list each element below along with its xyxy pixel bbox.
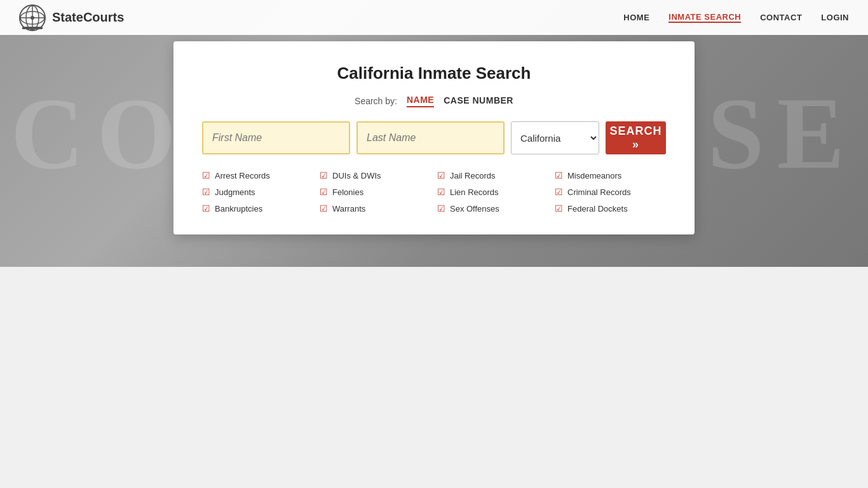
logo-icon <box>19 4 46 31</box>
feature-item-5: ☑Felonies <box>320 185 431 199</box>
feature-item-6: ☑Lien Records <box>437 185 548 199</box>
feature-label-0: Arrest Records <box>215 171 270 180</box>
check-icon-3: ☑ <box>555 170 563 180</box>
feature-label-1: DUIs & DWIs <box>332 171 381 180</box>
check-icon-2: ☑ <box>437 170 445 180</box>
feature-label-4: Judgments <box>215 187 255 197</box>
feature-label-3: Misdemeanors <box>567 171 621 180</box>
feature-item-9: ☑Warrants <box>320 201 431 215</box>
search-card-title: California Inmate Search <box>202 64 666 83</box>
check-icon-4: ☑ <box>202 187 210 197</box>
tab-name[interactable]: NAME <box>407 95 434 107</box>
check-icon-11: ☑ <box>555 203 563 214</box>
state-select[interactable]: California Alabama Alaska Arizona Colora… <box>511 121 599 154</box>
check-icon-7: ☑ <box>555 187 563 197</box>
feature-label-11: Federal Dockets <box>567 204 628 214</box>
nav-links: HOME INMATE SEARCH CONTACT LOGIN <box>623 12 849 23</box>
check-icon-9: ☑ <box>320 203 328 214</box>
feature-label-5: Felonies <box>332 187 363 197</box>
first-name-input[interactable] <box>202 121 350 154</box>
nav-login[interactable]: LOGIN <box>821 13 849 22</box>
check-icon-6: ☑ <box>437 187 445 197</box>
feature-item-0: ☑Arrest Records <box>202 168 313 182</box>
feature-label-6: Lien Records <box>450 187 499 197</box>
feature-item-8: ☑Bankruptcies <box>202 201 313 215</box>
feature-item-7: ☑Criminal Records <box>555 185 666 199</box>
top-navigation: StateCourts HOME INMATE SEARCH CONTACT L… <box>0 0 868 35</box>
nav-home[interactable]: HOME <box>623 13 649 22</box>
feature-item-3: ☑Misdemeanors <box>555 168 666 182</box>
feature-item-1: ☑DUIs & DWIs <box>320 168 431 182</box>
nav-inmate-search[interactable]: INMATE SEARCH <box>668 12 741 23</box>
search-by-label: Search by: <box>355 96 397 106</box>
feature-label-2: Jail Records <box>450 171 496 180</box>
check-icon-8: ☑ <box>202 203 210 214</box>
check-icon-0: ☑ <box>202 170 210 180</box>
feature-item-2: ☑Jail Records <box>437 168 548 182</box>
check-icon-5: ☑ <box>320 187 328 197</box>
feature-label-9: Warrants <box>332 204 365 214</box>
feature-item-4: ☑Judgments <box>202 185 313 199</box>
search-button[interactable]: SEARCH » <box>606 121 666 154</box>
site-name: StateCourts <box>52 10 124 25</box>
logo-area: StateCourts <box>19 4 623 31</box>
feature-item-11: ☑Federal Dockets <box>555 201 666 215</box>
svg-rect-6 <box>22 27 43 29</box>
features-grid: ☑Arrest Records☑DUIs & DWIs☑Jail Records… <box>202 168 666 215</box>
feature-label-7: Criminal Records <box>567 187 631 197</box>
search-by-row: Search by: NAME CASE NUMBER <box>202 95 666 107</box>
feature-label-8: Bankruptcies <box>215 204 262 214</box>
feature-label-10: Sex Offenses <box>450 204 499 214</box>
nav-contact[interactable]: CONTACT <box>760 13 802 22</box>
search-card: California Inmate Search Search by: NAME… <box>173 41 695 234</box>
tab-case-number[interactable]: CASE NUMBER <box>444 95 513 107</box>
check-icon-10: ☑ <box>437 203 445 214</box>
feature-item-10: ☑Sex Offenses <box>437 201 548 215</box>
hero-section: COURTHOUSE StateCourts HOME INMATE SEARC… <box>0 0 868 267</box>
search-inputs-row: California Alabama Alaska Arizona Colora… <box>202 121 666 154</box>
check-icon-1: ☑ <box>320 170 328 180</box>
last-name-input[interactable] <box>356 121 505 154</box>
